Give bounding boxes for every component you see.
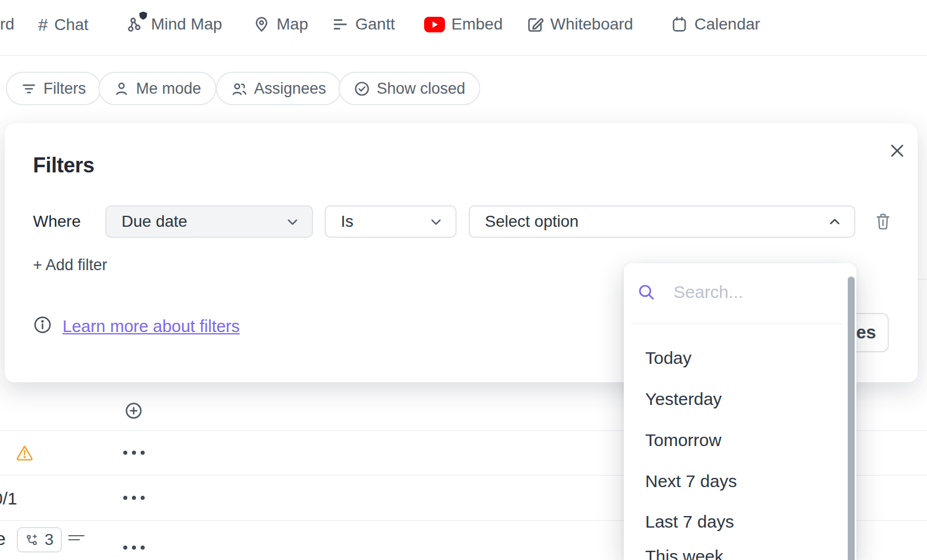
pill-label: Assignees [254, 80, 326, 98]
tab-mind-map[interactable]: Mind Map [126, 15, 222, 34]
search-icon [637, 282, 656, 304]
add-filter-button[interactable]: + Add filter [33, 256, 107, 274]
tab-label: rd [0, 15, 14, 34]
map-pin-icon [253, 16, 270, 33]
dropdown-divider [631, 323, 843, 324]
pill-label: Show closed [377, 80, 465, 98]
info-icon [33, 315, 52, 337]
where-label: Where [33, 205, 80, 238]
modal-title: Filters [33, 153, 94, 178]
chevron-down-icon [285, 214, 300, 230]
option-this-week[interactable]: This week [645, 547, 723, 560]
date-option-dropdown: Today Yesterday Tomorrow Next 7 days Las… [624, 263, 856, 560]
mind-map-icon [126, 15, 145, 34]
option-tomorrow[interactable]: Tomorrow [645, 430, 722, 450]
whiteboard-icon [526, 16, 544, 34]
gantt-icon [332, 16, 349, 33]
person-icon [113, 80, 130, 97]
subtask-count: 3 [45, 530, 54, 549]
warning-icon [16, 444, 34, 464]
tab-label: Embed [451, 15, 503, 34]
close-icon [888, 142, 906, 160]
pill-label: Me mode [136, 80, 201, 98]
show-closed-pill[interactable]: Show closed [339, 72, 480, 105]
assignees-pill[interactable]: Assignees [216, 72, 341, 105]
shield-badge-icon [139, 12, 147, 20]
tab-embed[interactable]: Embed [424, 15, 503, 34]
nav-divider [0, 55, 927, 56]
tab-gantt[interactable]: Gantt [332, 15, 395, 34]
background-divider-fragment [918, 279, 927, 279]
search-input[interactable] [674, 279, 830, 305]
filter-operator-select[interactable]: Is [325, 205, 457, 238]
check-circle-icon [354, 80, 370, 97]
row-menu-button[interactable] [123, 496, 145, 500]
row-menu-button[interactable] [123, 546, 145, 550]
trash-icon [874, 212, 892, 231]
people-icon [231, 80, 248, 97]
option-last-7-days[interactable]: Last 7 days [645, 512, 734, 532]
learn-more-link[interactable]: Learn more about filters [62, 317, 240, 336]
tab-board-fragment[interactable]: rd [0, 15, 14, 34]
subtask-icon [25, 533, 39, 547]
task-name-fragment: e [0, 528, 6, 550]
plus-circle-icon [124, 401, 143, 420]
tab-label: Whiteboard [550, 15, 633, 34]
value-placeholder: Select option [485, 212, 827, 231]
add-task-button[interactable] [124, 401, 143, 422]
subtask-count-badge[interactable]: 3 [17, 527, 62, 552]
screen: rd # Chat Mind Map [0, 0, 927, 560]
delete-filter-button[interactable] [871, 211, 895, 232]
row-menu-button[interactable] [123, 451, 145, 455]
progress-indicator: 0/1 [0, 489, 17, 509]
option-next-7-days[interactable]: Next 7 days [645, 471, 737, 491]
filter-value-select[interactable]: Select option [469, 205, 855, 238]
option-yesterday[interactable]: Yesterday [645, 389, 722, 409]
me-mode-pill[interactable]: Me mode [98, 72, 216, 105]
filter-field-select[interactable]: Due date [105, 205, 313, 238]
chevron-down-icon [428, 214, 444, 230]
filter-lines-icon [21, 80, 37, 97]
tab-whiteboard[interactable]: Whiteboard [526, 15, 633, 34]
tab-label: Map [277, 15, 308, 34]
option-today[interactable]: Today [645, 348, 691, 368]
calendar-icon [671, 16, 688, 33]
tab-label: Gantt [355, 15, 395, 34]
youtube-icon [424, 17, 445, 32]
tab-map[interactable]: Map [253, 15, 308, 34]
tab-label: Chat [54, 16, 89, 34]
description-icon [68, 533, 85, 543]
selected-field: Due date [122, 212, 285, 231]
selected-operator: Is [341, 212, 428, 231]
tab-label: Mind Map [151, 15, 222, 34]
tab-label: Calendar [694, 15, 760, 34]
chevron-up-icon [827, 214, 843, 230]
tab-calendar[interactable]: Calendar [671, 15, 760, 34]
close-button[interactable] [885, 139, 908, 162]
filters-pill[interactable]: Filters [6, 72, 101, 105]
pill-label: Filters [43, 80, 86, 98]
tab-chat[interactable]: # Chat [38, 15, 89, 35]
dropdown-scrollbar[interactable] [848, 277, 855, 560]
hash-icon: # [38, 15, 48, 35]
